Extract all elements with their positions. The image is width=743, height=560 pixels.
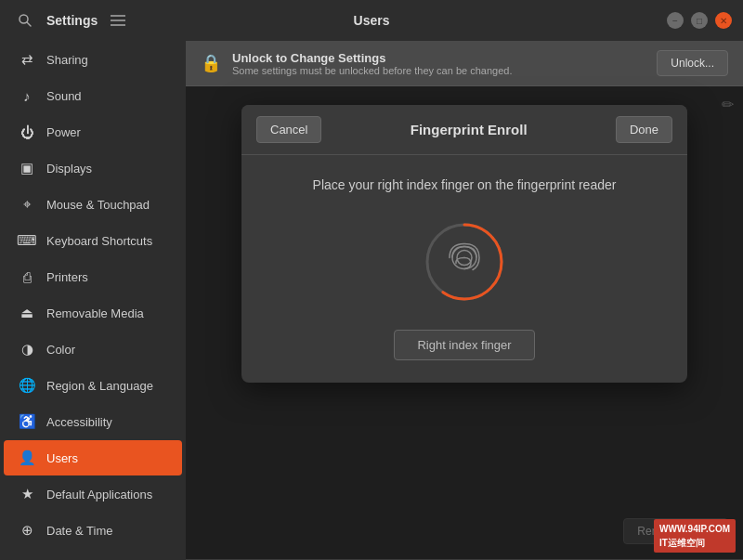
sidebar-item-sound[interactable]: ♪Sound bbox=[4, 78, 182, 113]
lock-icon: 🔒 bbox=[201, 53, 221, 73]
sidebar-item-about[interactable]: ℹAbout bbox=[4, 549, 182, 560]
sidebar-item-region[interactable]: 🌐Region & Language bbox=[4, 368, 182, 403]
printers-icon: ⎙ bbox=[19, 268, 35, 285]
app-title: Settings bbox=[46, 13, 98, 28]
sidebar-item-default-apps[interactable]: ★Default Applications bbox=[4, 476, 182, 512]
sidebar-item-printers[interactable]: ⎙Printers bbox=[4, 259, 182, 294]
sharing-icon: ⇄ bbox=[19, 51, 35, 68]
sound-icon: ♪ bbox=[19, 87, 35, 104]
svg-line-1 bbox=[27, 22, 31, 26]
watermark: WWW.94IP.COM IT运维空间 bbox=[654, 519, 736, 553]
main-layout: ⇄Sharing♪Sound⏻Power▣Displays⌖Mouse & To… bbox=[0, 41, 743, 560]
fingerprint-enroll-modal: Cancel Fingerprint Enroll Done Place you… bbox=[241, 105, 687, 383]
modal-overlay: Cancel Fingerprint Enroll Done Place you… bbox=[186, 86, 743, 559]
sidebar-item-removable[interactable]: ⏏Removable Media bbox=[4, 295, 182, 331]
displays-icon: ▣ bbox=[19, 160, 35, 176]
watermark-line2: IT运维空间 bbox=[659, 536, 730, 550]
sidebar-item-keyboard[interactable]: ⌨Keyboard Shortcuts bbox=[4, 223, 182, 258]
sidebar-label-sharing: Sharing bbox=[46, 53, 88, 67]
sidebar-item-accessibility[interactable]: ♿Accessibility bbox=[4, 404, 182, 439]
search-button[interactable] bbox=[11, 7, 39, 34]
fingerprint-icon bbox=[447, 241, 482, 284]
modal-header: Cancel Fingerprint Enroll Done bbox=[241, 105, 687, 155]
sidebar-item-users[interactable]: 👤Users bbox=[4, 440, 182, 475]
window-controls: − □ ✕ bbox=[667, 12, 732, 29]
sidebar-label-region: Region & Language bbox=[46, 379, 153, 393]
users-icon: 👤 bbox=[19, 449, 35, 466]
sidebar-label-sound: Sound bbox=[46, 89, 82, 103]
color-icon: ◑ bbox=[19, 341, 35, 358]
sidebar-item-sharing[interactable]: ⇄Sharing bbox=[4, 42, 182, 77]
modal-body: Place your right index finger on the fin… bbox=[241, 155, 687, 383]
sidebar: ⇄Sharing♪Sound⏻Power▣Displays⌖Mouse & To… bbox=[0, 41, 186, 560]
unlock-title: Unlock to Change Settings bbox=[232, 51, 657, 65]
sidebar-label-datetime: Date & Time bbox=[46, 524, 113, 538]
maximize-button[interactable]: □ bbox=[691, 12, 708, 29]
sidebar-item-power[interactable]: ⏻Power bbox=[4, 114, 182, 150]
sidebar-label-color: Color bbox=[46, 343, 75, 357]
content-area: 🔒 Unlock to Change Settings Some setting… bbox=[186, 41, 743, 560]
keyboard-icon: ⌨ bbox=[19, 232, 35, 249]
finger-label: Right index finger bbox=[394, 330, 534, 360]
region-icon: 🌐 bbox=[19, 377, 35, 394]
close-button[interactable]: ✕ bbox=[715, 12, 732, 29]
sidebar-item-color[interactable]: ◑Color bbox=[4, 332, 182, 367]
unlock-text: Unlock to Change Settings Some settings … bbox=[232, 51, 657, 76]
sidebar-label-users: Users bbox=[46, 451, 78, 465]
sidebar-label-keyboard: Keyboard Shortcuts bbox=[46, 234, 152, 248]
sidebar-label-removable: Removable Media bbox=[46, 306, 144, 320]
sidebar-label-default-apps: Default Applications bbox=[46, 488, 152, 501]
fingerprint-graphic bbox=[423, 220, 506, 304]
sidebar-label-mouse: Mouse & Touchpad bbox=[46, 198, 150, 212]
modal-instruction: Place your right index finger on the fin… bbox=[313, 177, 617, 192]
power-icon: ⏻ bbox=[19, 124, 35, 140]
sidebar-item-mouse[interactable]: ⌖Mouse & Touchpad bbox=[4, 187, 182, 222]
removable-icon: ⏏ bbox=[19, 305, 35, 321]
unlock-banner: 🔒 Unlock to Change Settings Some setting… bbox=[186, 41, 743, 86]
sidebar-label-printers: Printers bbox=[46, 270, 88, 284]
modal-title: Fingerprint Enroll bbox=[321, 122, 615, 137]
datetime-icon: ⊕ bbox=[19, 522, 35, 539]
accessibility-icon: ♿ bbox=[19, 413, 35, 430]
default-apps-icon: ★ bbox=[19, 486, 35, 502]
watermark-line1: WWW.94IP.COM bbox=[659, 522, 730, 536]
sidebar-item-displays[interactable]: ▣Displays bbox=[4, 150, 182, 186]
cancel-button[interactable]: Cancel bbox=[256, 116, 321, 143]
unlock-subtitle: Some settings must be unlocked before th… bbox=[232, 65, 657, 76]
done-button[interactable]: Done bbox=[616, 116, 672, 143]
minimize-button[interactable]: − bbox=[667, 12, 684, 29]
sidebar-label-accessibility: Accessibility bbox=[46, 415, 112, 429]
unlock-button[interactable]: Unlock... bbox=[657, 50, 728, 76]
menu-button[interactable] bbox=[105, 7, 131, 33]
sidebar-label-power: Power bbox=[46, 125, 81, 139]
users-panel: ✏ Remove User... Cancel Fingerprint Enro… bbox=[186, 86, 743, 559]
sidebar-label-displays: Displays bbox=[46, 162, 92, 176]
titlebar: Settings Users − □ ✕ bbox=[0, 0, 743, 41]
window-title: Users bbox=[354, 13, 390, 28]
sidebar-item-datetime[interactable]: ⊕Date & Time bbox=[4, 513, 182, 548]
mouse-icon: ⌖ bbox=[19, 196, 35, 213]
